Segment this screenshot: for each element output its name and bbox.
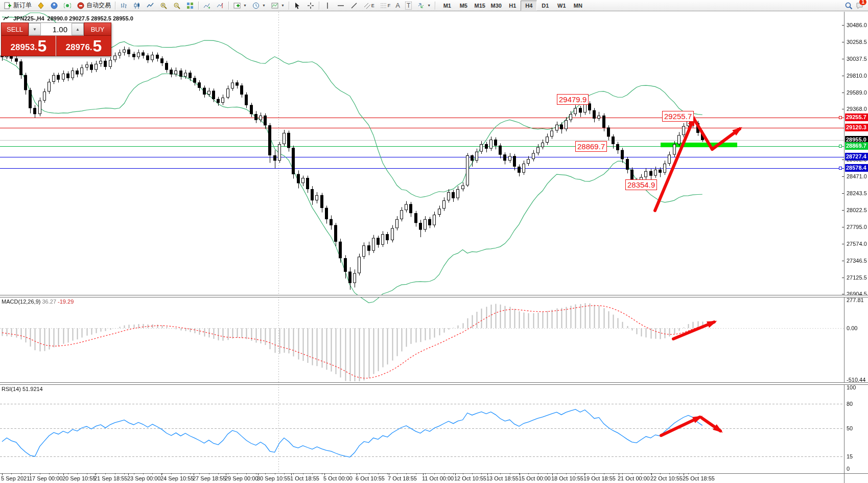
date-axis-label: 17 Sep 00:00 xyxy=(29,475,62,481)
price-tag: 29255.7 xyxy=(845,113,868,121)
date-axis-label: 20 Sep 10:55 xyxy=(62,475,96,481)
templates-button[interactable]: ▼ xyxy=(268,0,287,11)
price-tag: 28578.4 xyxy=(845,164,868,172)
auto-trading-label: 自动交易 xyxy=(86,1,111,10)
timeframe-m5[interactable]: M5 xyxy=(455,1,472,11)
timeframe-m1[interactable]: M1 xyxy=(439,1,455,11)
macd-signal-value: -19.29 xyxy=(58,298,74,305)
chart-canvas[interactable] xyxy=(0,0,868,483)
date-axis-label: 5 Oct 00:00 xyxy=(323,475,353,481)
timeframe-m30[interactable]: M30 xyxy=(488,1,504,11)
buy-price-small: 28976. xyxy=(66,41,92,54)
horizontal-line-icon xyxy=(337,2,345,10)
auto-scroll-icon xyxy=(203,2,211,10)
auto-trading-button[interactable]: 自动交易 xyxy=(74,0,113,11)
price-tag: 28869.7 xyxy=(845,142,868,150)
one-click-trading-panel: SELL ▼ 1.00 ▲ BUY 28953. 5 28976. 5 xyxy=(1,22,111,56)
auto-scroll-button[interactable] xyxy=(200,0,214,11)
price-axis-tick: 27125.5 xyxy=(847,274,867,281)
sell-price[interactable]: 28953. 5 xyxy=(1,36,56,56)
date-axis-label: 27 Sep 18:55 xyxy=(193,475,226,481)
price-axis-tick: 29810.0 xyxy=(847,73,867,79)
new-order-button[interactable]: 新订单 xyxy=(1,0,34,11)
community-icon xyxy=(50,2,58,10)
price-annotation[interactable]: 29255.7 xyxy=(662,111,694,122)
sell-button[interactable]: SELL xyxy=(1,22,29,36)
rsi-axis-tick: 50 xyxy=(847,425,853,431)
timeframe-h4[interactable]: H4 xyxy=(521,1,537,11)
price-annotation[interactable]: 28354.9 xyxy=(625,179,657,190)
indicators-icon xyxy=(233,2,241,10)
toolbar-separator xyxy=(319,2,319,10)
fibonacci-button[interactable]: F xyxy=(377,0,393,11)
volume-field: ▼ 1.00 ▲ xyxy=(29,22,84,36)
volume-decrease-button[interactable]: ▼ xyxy=(29,23,41,35)
price-axis-tick: 30258.5 xyxy=(847,39,867,45)
auto-trading-icon xyxy=(77,2,85,10)
volume-value[interactable]: 1.00 xyxy=(41,23,72,35)
volume-increase-button[interactable]: ▲ xyxy=(72,23,84,35)
price-axis-tick: 28243.5 xyxy=(847,190,867,196)
buy-price[interactable]: 28976. 5 xyxy=(56,36,111,56)
signals-button[interactable] xyxy=(61,0,74,11)
shapes-icon xyxy=(417,2,425,10)
date-axis-label: 19 Oct 18:55 xyxy=(583,475,616,481)
price-tag: 29120.3 xyxy=(845,124,868,131)
text-label-button[interactable]: T xyxy=(403,0,414,11)
timeframe-w1[interactable]: W1 xyxy=(553,1,570,11)
rsi-axis-tick: 80 xyxy=(847,401,853,407)
horizontal-line-button[interactable] xyxy=(334,0,347,11)
crosshair-button[interactable] xyxy=(304,0,317,11)
templates-icon xyxy=(271,2,279,10)
vertical-line-button[interactable] xyxy=(321,0,334,11)
price-annotation[interactable]: 29479.9 xyxy=(557,94,589,105)
sell-price-big: 5 xyxy=(38,38,47,54)
buy-button[interactable]: BUY xyxy=(84,22,111,36)
timeframe-d1[interactable]: D1 xyxy=(537,1,553,11)
candle-chart-button[interactable] xyxy=(130,0,144,11)
text-button[interactable]: A xyxy=(393,0,403,11)
price-axis-tick: 27795.0 xyxy=(847,224,867,230)
notification-badge: 1 xyxy=(859,0,866,5)
channel-button[interactable]: E xyxy=(361,0,377,11)
toolbar-separator xyxy=(289,2,289,10)
indicators-button[interactable]: ▼ xyxy=(230,0,249,11)
date-axis-label: 1 Oct 18:55 xyxy=(290,475,319,481)
date-axis-label: 24 Sep 10:55 xyxy=(160,475,194,481)
tile-windows-button[interactable] xyxy=(183,0,197,11)
macd-main-value: 36.27 xyxy=(42,298,56,305)
timeframe-h1[interactable]: H1 xyxy=(504,1,521,11)
rsi-pane-separator[interactable] xyxy=(0,382,868,385)
date-axis-label: 22 Oct 10:55 xyxy=(650,475,683,481)
notifications-icon[interactable]: 1 xyxy=(856,2,864,10)
clock-icon xyxy=(252,2,260,10)
line-chart-button[interactable] xyxy=(144,0,157,11)
timeframe-mn[interactable]: MN xyxy=(570,1,586,11)
compass-button[interactable] xyxy=(34,0,48,11)
date-axis-label: 6 Oct 10:55 xyxy=(356,475,385,481)
macd-pane-separator[interactable] xyxy=(0,295,868,297)
compass-icon xyxy=(37,2,45,10)
chart-shift-icon xyxy=(216,2,224,10)
zoom-out-button[interactable] xyxy=(170,0,183,11)
vertical-line-icon xyxy=(323,2,332,10)
toolbar-separator xyxy=(228,2,229,10)
price-annotation[interactable]: 28869.7 xyxy=(575,141,607,152)
periods-button[interactable]: ▼ xyxy=(249,0,268,11)
symbol-info-bar: JPN225-,H4 28990.0 29027.5 28952.5 28955… xyxy=(2,14,133,22)
timeframe-m15[interactable]: M15 xyxy=(472,1,488,11)
search-icon[interactable] xyxy=(844,2,853,10)
trendline-button[interactable] xyxy=(347,0,361,11)
community-button[interactable] xyxy=(48,0,61,11)
chart-shift-button[interactable] xyxy=(214,0,227,11)
channel-icon xyxy=(363,2,371,10)
new-order-icon xyxy=(4,2,12,10)
date-axis-label: 30 Sep 10:55 xyxy=(257,475,290,481)
cursor-icon xyxy=(293,2,301,10)
bar-chart-button[interactable] xyxy=(117,0,130,11)
rsi-value: 51.9214 xyxy=(22,386,43,392)
zoom-in-button[interactable] xyxy=(157,0,170,11)
date-axis-label: 21 Sep 18:55 xyxy=(94,475,127,481)
shapes-button[interactable]: ▼ xyxy=(414,0,433,11)
cursor-button[interactable] xyxy=(291,0,304,11)
